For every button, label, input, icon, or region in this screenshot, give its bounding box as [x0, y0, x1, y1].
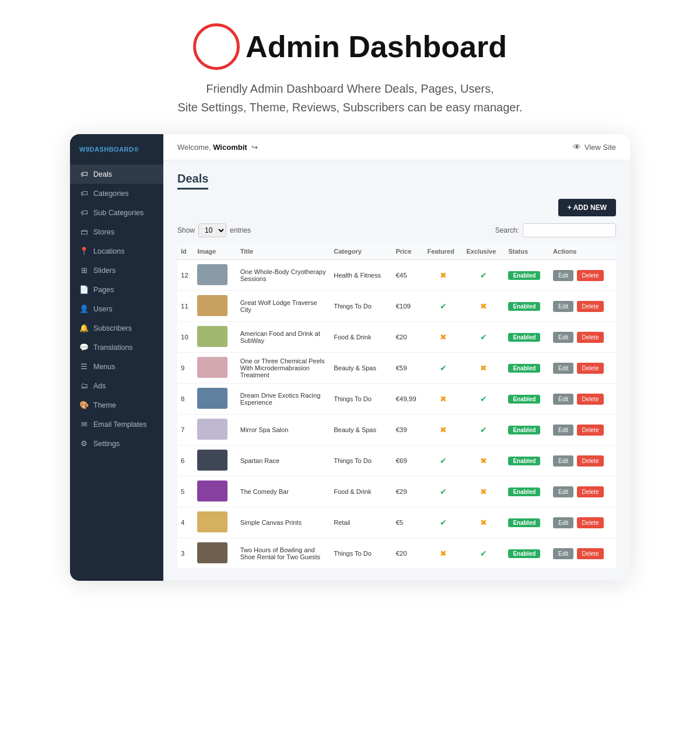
- circle-decoration: [193, 23, 240, 70]
- show-entries: Show 10 25 50 entries: [177, 223, 251, 237]
- col-category: Category: [330, 243, 392, 260]
- cell-image: [194, 415, 236, 446]
- sidebar-item-ads[interactable]: 🗂 Ads: [70, 376, 163, 395]
- delete-button[interactable]: Delete: [577, 301, 604, 312]
- edit-button[interactable]: Edit: [553, 332, 573, 343]
- cell-featured: ✖: [424, 538, 463, 569]
- exclusive-cross-icon: ✖: [480, 518, 487, 527]
- status-badge: Enabled: [508, 426, 540, 434]
- edit-button[interactable]: Edit: [553, 301, 573, 312]
- table-row: 6 Spartan Race Things To Do €69 ✔ ✖ Enab…: [177, 446, 616, 476]
- cell-image: [194, 353, 236, 384]
- cell-category: Things To Do: [330, 538, 392, 569]
- sidebar-item-sliders[interactable]: ⊞ Sliders: [70, 261, 163, 280]
- cell-featured: ✔: [424, 507, 463, 538]
- cell-image: [194, 384, 236, 415]
- edit-button[interactable]: Edit: [553, 548, 573, 559]
- sidebar-item-users[interactable]: 👤 Users: [70, 299, 163, 318]
- cell-category: Food & Drink: [330, 476, 392, 507]
- sidebar-item-pages[interactable]: 📄 Pages: [70, 280, 163, 299]
- edit-button[interactable]: Edit: [553, 363, 573, 374]
- cell-exclusive: ✔: [463, 415, 505, 446]
- sidebar-item-subcategories[interactable]: 🏷 Sub Categories: [70, 203, 163, 222]
- cell-title: Simple Canvas Prints: [237, 507, 330, 538]
- delete-button[interactable]: Delete: [577, 394, 604, 405]
- table-controls: Show 10 25 50 entries Search:: [177, 223, 616, 237]
- welcome-message: Welcome, Wicombit ↪: [177, 143, 258, 152]
- delete-button[interactable]: Delete: [577, 270, 604, 281]
- entries-select[interactable]: 10 25 50: [198, 223, 226, 237]
- deal-image: [197, 419, 228, 440]
- cell-price: €5: [392, 507, 424, 538]
- sidebar-label-subscribers: Subscribers: [93, 324, 132, 332]
- sidebar-logo: W9DASHBOARD®: [70, 146, 163, 164]
- cell-price: €69: [392, 446, 424, 476]
- delete-button[interactable]: Delete: [577, 425, 604, 436]
- featured-cross-icon: ✖: [440, 332, 447, 342]
- edit-button[interactable]: Edit: [553, 425, 573, 436]
- cell-exclusive: ✖: [463, 476, 505, 507]
- sidebar-label-users: Users: [93, 305, 113, 313]
- delete-button[interactable]: Delete: [577, 455, 604, 467]
- cell-actions: Edit Delete: [550, 291, 616, 322]
- table-row: 3 Two Hours of Bowling and Shoe Rental f…: [177, 538, 616, 569]
- deal-image: [197, 264, 228, 285]
- sidebar-item-translations[interactable]: 💬 Translations: [70, 338, 163, 357]
- sidebar-item-deals[interactable]: 🏷 Deals: [70, 164, 163, 184]
- table-row: 4 Simple Canvas Prints Retail €5 ✔ ✖ Ena…: [177, 507, 616, 538]
- sidebar-item-stores[interactable]: 🗃 Stores: [70, 222, 163, 241]
- deal-image: [197, 388, 228, 409]
- eye-icon: 👁: [573, 142, 581, 152]
- exclusive-cross-icon: ✖: [480, 363, 487, 373]
- cell-id: 10: [177, 322, 194, 353]
- view-site-link[interactable]: 👁 View Site: [573, 142, 616, 152]
- cell-exclusive: ✖: [463, 446, 505, 476]
- edit-button[interactable]: Edit: [553, 270, 573, 281]
- cell-category: Health & Fitness: [330, 260, 392, 291]
- exclusive-check-icon: ✔: [480, 271, 487, 280]
- sidebar-item-locations[interactable]: 📍 Locations: [70, 241, 163, 261]
- cell-id: 4: [177, 507, 194, 538]
- cell-featured: ✖: [424, 322, 463, 353]
- sidebar-item-subscribers[interactable]: 🔔 Subscribers: [70, 318, 163, 338]
- cell-category: Things To Do: [330, 446, 392, 476]
- sidebar-item-settings[interactable]: ⚙ Settings: [70, 434, 163, 453]
- logout-icon[interactable]: ↪: [251, 143, 258, 152]
- sidebar-label-subcategories: Sub Categories: [93, 209, 144, 217]
- delete-button[interactable]: Delete: [577, 332, 604, 343]
- pages-icon: 📄: [79, 285, 89, 294]
- edit-button[interactable]: Edit: [553, 517, 573, 528]
- edit-button[interactable]: Edit: [553, 455, 573, 467]
- cell-status: Enabled: [505, 384, 550, 415]
- add-new-button[interactable]: + ADD NEW: [558, 199, 616, 216]
- status-badge: Enabled: [508, 549, 540, 558]
- table-row: 7 Mirror Spa Salon Beauty & Spas €39 ✖ ✔…: [177, 415, 616, 446]
- cell-status: Enabled: [505, 322, 550, 353]
- cell-status: Enabled: [505, 507, 550, 538]
- cell-title: Two Hours of Bowling and Shoe Rental for…: [237, 538, 330, 569]
- cell-actions: Edit Delete: [550, 384, 616, 415]
- sidebar-item-categories[interactable]: 🏷 Categories: [70, 184, 163, 203]
- sidebar: W9DASHBOARD® 🏷 Deals 🏷 Categories 🏷 Sub …: [70, 134, 163, 581]
- delete-button[interactable]: Delete: [577, 548, 604, 559]
- cell-status: Enabled: [505, 538, 550, 569]
- col-id: Id: [177, 243, 194, 260]
- delete-button[interactable]: Delete: [577, 363, 604, 374]
- delete-button[interactable]: Delete: [577, 486, 604, 497]
- sidebar-item-email-templates[interactable]: ✉ Email Templates: [70, 415, 163, 434]
- edit-button[interactable]: Edit: [553, 486, 573, 497]
- content-area: Deals + ADD NEW Show 10 25 50 entries Se: [163, 160, 630, 581]
- subcategories-icon: 🏷: [79, 208, 89, 217]
- col-actions: Actions: [550, 243, 616, 260]
- deal-image: [197, 326, 228, 347]
- cell-image: [194, 322, 236, 353]
- edit-button[interactable]: Edit: [553, 394, 573, 405]
- sidebar-item-theme[interactable]: 🎨 Theme: [70, 395, 163, 415]
- featured-cross-icon: ✖: [440, 271, 447, 280]
- sidebar-item-menus[interactable]: ☰ Menus: [70, 357, 163, 376]
- delete-button[interactable]: Delete: [577, 517, 604, 528]
- hero-section: Admin Dashboard Friendly Admin Dashboard…: [177, 23, 522, 117]
- cell-actions: Edit Delete: [550, 322, 616, 353]
- categories-icon: 🏷: [79, 189, 89, 198]
- search-input[interactable]: [523, 223, 616, 237]
